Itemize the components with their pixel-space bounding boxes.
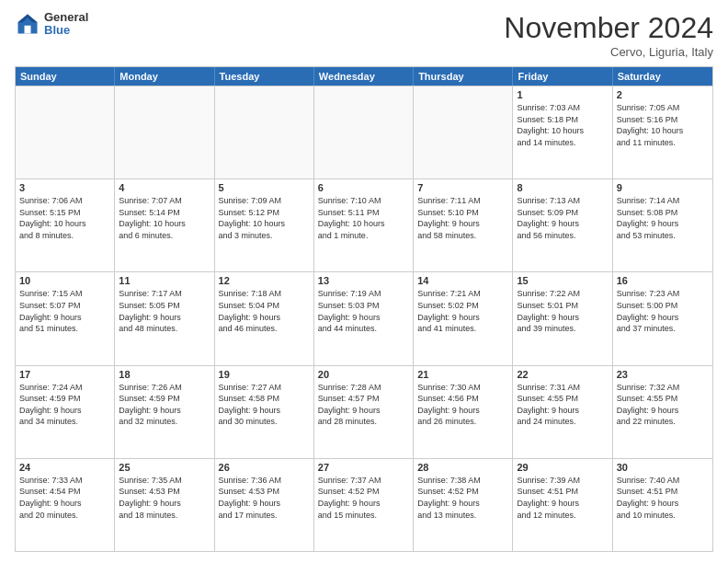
logo-blue-label: Blue — [44, 24, 88, 37]
day-info: Sunrise: 7:15 AM Sunset: 5:07 PM Dayligh… — [19, 288, 110, 334]
day-cell-11: 11Sunrise: 7:17 AM Sunset: 5:05 PM Dayli… — [115, 272, 214, 364]
day-header-tuesday: Tuesday — [215, 67, 314, 86]
empty-cell — [16, 86, 115, 178]
empty-cell — [215, 86, 314, 178]
day-cell-15: 15Sunrise: 7:22 AM Sunset: 5:01 PM Dayli… — [513, 272, 612, 364]
day-cell-26: 26Sunrise: 7:36 AM Sunset: 4:53 PM Dayli… — [215, 459, 314, 551]
day-info: Sunrise: 7:14 AM Sunset: 5:08 PM Dayligh… — [617, 195, 709, 241]
day-number: 30 — [617, 462, 709, 473]
empty-cell — [115, 86, 214, 178]
day-cell-10: 10Sunrise: 7:15 AM Sunset: 5:07 PM Dayli… — [16, 272, 115, 364]
day-number: 14 — [417, 275, 508, 286]
calendar-page: General Blue November 2024 Cervo, Liguri… — [0, 0, 728, 563]
day-info: Sunrise: 7:10 AM Sunset: 5:11 PM Dayligh… — [318, 195, 409, 241]
day-number: 5 — [219, 182, 310, 193]
day-info: Sunrise: 7:17 AM Sunset: 5:05 PM Dayligh… — [119, 288, 210, 334]
day-cell-30: 30Sunrise: 7:40 AM Sunset: 4:51 PM Dayli… — [613, 459, 712, 551]
day-info: Sunrise: 7:31 AM Sunset: 4:55 PM Dayligh… — [517, 382, 608, 428]
day-cell-27: 27Sunrise: 7:37 AM Sunset: 4:52 PM Dayli… — [314, 459, 414, 551]
day-cell-1: 1Sunrise: 7:03 AM Sunset: 5:18 PM Daylig… — [513, 86, 612, 178]
day-header-thursday: Thursday — [414, 67, 513, 86]
day-number: 29 — [517, 462, 608, 473]
month-title: November 2024 — [504, 11, 713, 45]
day-number: 6 — [318, 182, 409, 193]
day-header-wednesday: Wednesday — [314, 67, 414, 86]
day-number: 10 — [19, 275, 110, 286]
calendar-row-4: 24Sunrise: 7:33 AM Sunset: 4:54 PM Dayli… — [16, 458, 712, 551]
day-info: Sunrise: 7:11 AM Sunset: 5:10 PM Dayligh… — [417, 195, 508, 241]
day-number: 12 — [219, 275, 310, 286]
logo-text: General Blue — [44, 11, 88, 38]
day-header-saturday: Saturday — [613, 67, 712, 86]
calendar-row-3: 17Sunrise: 7:24 AM Sunset: 4:59 PM Dayli… — [16, 365, 712, 458]
day-number: 8 — [517, 182, 608, 193]
day-info: Sunrise: 7:18 AM Sunset: 5:04 PM Dayligh… — [219, 288, 310, 334]
day-number: 24 — [19, 462, 110, 473]
svg-rect-2 — [25, 26, 31, 34]
day-info: Sunrise: 7:23 AM Sunset: 5:00 PM Dayligh… — [617, 288, 709, 334]
title-block: November 2024 Cervo, Liguria, Italy — [504, 11, 713, 59]
day-info: Sunrise: 7:27 AM Sunset: 4:58 PM Dayligh… — [219, 382, 310, 428]
calendar-row-1: 3Sunrise: 7:06 AM Sunset: 5:15 PM Daylig… — [16, 178, 712, 271]
day-header-monday: Monday — [115, 67, 214, 86]
logo: General Blue — [15, 11, 88, 38]
day-info: Sunrise: 7:37 AM Sunset: 4:52 PM Dayligh… — [318, 475, 409, 521]
day-number: 9 — [617, 182, 709, 193]
day-cell-6: 6Sunrise: 7:10 AM Sunset: 5:11 PM Daylig… — [314, 179, 414, 271]
page-header: General Blue November 2024 Cervo, Liguri… — [15, 11, 713, 59]
day-info: Sunrise: 7:33 AM Sunset: 4:54 PM Dayligh… — [19, 475, 110, 521]
day-cell-13: 13Sunrise: 7:19 AM Sunset: 5:03 PM Dayli… — [314, 272, 414, 364]
day-cell-7: 7Sunrise: 7:11 AM Sunset: 5:10 PM Daylig… — [414, 179, 513, 271]
day-number: 13 — [318, 275, 409, 286]
day-info: Sunrise: 7:40 AM Sunset: 4:51 PM Dayligh… — [617, 475, 709, 521]
day-number: 11 — [119, 275, 210, 286]
day-number: 28 — [417, 462, 508, 473]
day-number: 18 — [119, 369, 210, 380]
day-number: 22 — [517, 369, 608, 380]
day-number: 27 — [318, 462, 409, 473]
day-number: 20 — [318, 369, 409, 380]
day-cell-18: 18Sunrise: 7:26 AM Sunset: 4:59 PM Dayli… — [115, 366, 214, 458]
day-info: Sunrise: 7:39 AM Sunset: 4:51 PM Dayligh… — [517, 475, 608, 521]
day-info: Sunrise: 7:09 AM Sunset: 5:12 PM Dayligh… — [219, 195, 310, 241]
calendar-header: SundayMondayTuesdayWednesdayThursdayFrid… — [16, 67, 712, 86]
calendar-grid: SundayMondayTuesdayWednesdayThursdayFrid… — [15, 66, 713, 552]
day-info: Sunrise: 7:36 AM Sunset: 4:53 PM Dayligh… — [219, 475, 310, 521]
day-number: 26 — [219, 462, 310, 473]
day-cell-29: 29Sunrise: 7:39 AM Sunset: 4:51 PM Dayli… — [513, 459, 612, 551]
day-cell-25: 25Sunrise: 7:35 AM Sunset: 4:53 PM Dayli… — [115, 459, 214, 551]
day-cell-14: 14Sunrise: 7:21 AM Sunset: 5:02 PM Dayli… — [414, 272, 513, 364]
day-info: Sunrise: 7:13 AM Sunset: 5:09 PM Dayligh… — [517, 195, 608, 241]
day-cell-5: 5Sunrise: 7:09 AM Sunset: 5:12 PM Daylig… — [215, 179, 314, 271]
day-cell-19: 19Sunrise: 7:27 AM Sunset: 4:58 PM Dayli… — [215, 366, 314, 458]
calendar-body: 1Sunrise: 7:03 AM Sunset: 5:18 PM Daylig… — [16, 86, 712, 551]
calendar-row-2: 10Sunrise: 7:15 AM Sunset: 5:07 PM Dayli… — [16, 271, 712, 364]
day-number: 16 — [617, 275, 709, 286]
day-number: 1 — [517, 89, 608, 100]
day-number: 19 — [219, 369, 310, 380]
day-cell-8: 8Sunrise: 7:13 AM Sunset: 5:09 PM Daylig… — [513, 179, 612, 271]
day-cell-3: 3Sunrise: 7:06 AM Sunset: 5:15 PM Daylig… — [16, 179, 115, 271]
day-number: 17 — [19, 369, 110, 380]
day-cell-16: 16Sunrise: 7:23 AM Sunset: 5:00 PM Dayli… — [613, 272, 712, 364]
day-cell-28: 28Sunrise: 7:38 AM Sunset: 4:52 PM Dayli… — [414, 459, 513, 551]
day-cell-17: 17Sunrise: 7:24 AM Sunset: 4:59 PM Dayli… — [16, 366, 115, 458]
logo-general-label: General — [44, 11, 88, 24]
day-info: Sunrise: 7:07 AM Sunset: 5:14 PM Dayligh… — [119, 195, 210, 241]
day-cell-4: 4Sunrise: 7:07 AM Sunset: 5:14 PM Daylig… — [115, 179, 214, 271]
day-info: Sunrise: 7:22 AM Sunset: 5:01 PM Dayligh… — [517, 288, 608, 334]
logo-icon — [15, 11, 40, 37]
day-header-friday: Friday — [513, 67, 612, 86]
day-info: Sunrise: 7:30 AM Sunset: 4:56 PM Dayligh… — [417, 382, 508, 428]
day-info: Sunrise: 7:35 AM Sunset: 4:53 PM Dayligh… — [119, 475, 210, 521]
day-info: Sunrise: 7:03 AM Sunset: 5:18 PM Dayligh… — [517, 102, 608, 148]
day-info: Sunrise: 7:06 AM Sunset: 5:15 PM Dayligh… — [19, 195, 110, 241]
day-number: 25 — [119, 462, 210, 473]
day-header-sunday: Sunday — [16, 67, 115, 86]
day-info: Sunrise: 7:21 AM Sunset: 5:02 PM Dayligh… — [417, 288, 508, 334]
day-info: Sunrise: 7:26 AM Sunset: 4:59 PM Dayligh… — [119, 382, 210, 428]
day-cell-12: 12Sunrise: 7:18 AM Sunset: 5:04 PM Dayli… — [215, 272, 314, 364]
day-number: 23 — [617, 369, 709, 380]
day-info: Sunrise: 7:28 AM Sunset: 4:57 PM Dayligh… — [318, 382, 409, 428]
day-number: 3 — [19, 182, 110, 193]
